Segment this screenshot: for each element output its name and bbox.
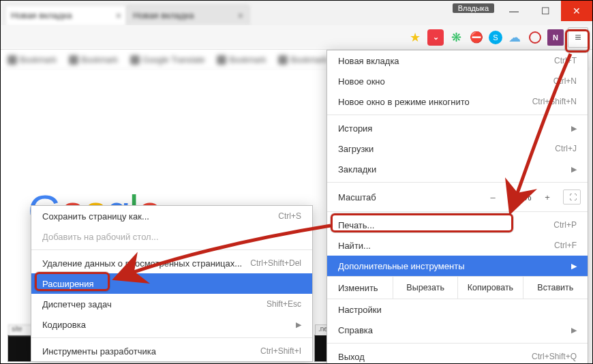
opera-icon[interactable] [527, 29, 543, 46]
browser-tab[interactable]: Новая вкладка × [5, 5, 127, 25]
submenu-arrow-icon: ▶ [296, 320, 301, 329]
profile-badge[interactable]: Владыка [453, 3, 494, 13]
zoom-value: 100% [503, 192, 537, 202]
zoom-out-button[interactable]: – [483, 192, 503, 202]
menu-item-downloads[interactable]: ЗагрузкиCtrl+J [327, 138, 588, 159]
evernote-icon[interactable]: ❋ [448, 29, 464, 46]
submenu-item-add-desktop: Добавить на рабочий стол... [31, 226, 312, 247]
bookmark-star-icon[interactable]: ★ [407, 29, 423, 46]
paste-button[interactable]: Вставить [523, 277, 588, 299]
cloud-icon[interactable]: ☁ [506, 29, 523, 46]
submenu-item-clear-data[interactable]: Удаление данных о просмотренных страница… [31, 253, 312, 273]
adblock-icon[interactable]: ⛔ [468, 29, 485, 46]
onenote-icon[interactable]: N [547, 29, 564, 46]
pocket-icon[interactable]: ⌄ [427, 29, 444, 46]
tab-title: Новая вкладка [11, 10, 72, 20]
menu-item-help[interactable]: Справка▶ [327, 320, 588, 340]
fullscreen-icon[interactable]: ⛶ [563, 189, 581, 204]
menu-edit-row: Изменить Вырезать Копировать Вставить [327, 276, 588, 299]
more-tools-submenu: Сохранить страницу как...Ctrl+S Добавить… [31, 205, 313, 362]
submenu-arrow-icon: ▶ [571, 165, 577, 174]
window-titlebar: Новая вкладка × Новая вкладка × Владыка … [1, 1, 592, 25]
menu-item-incognito[interactable]: Новое окно в режиме инкогнитоCtrl+Shift+… [327, 91, 588, 112]
tab-title: Новая вкладка [133, 10, 194, 20]
submenu-item-save-page[interactable]: Сохранить страницу как...Ctrl+S [31, 206, 312, 226]
window-controls: — ☐ ✕ [498, 1, 592, 25]
menu-item-history[interactable]: История▶ [327, 118, 588, 138]
cut-button[interactable]: Вырезать [393, 277, 457, 299]
menu-item-new-tab[interactable]: Новая вкладкаCtrl+T [327, 50, 588, 71]
close-tab-icon[interactable]: × [116, 10, 121, 21]
menu-item-more-tools[interactable]: Дополнительные инструменты▶ [327, 256, 588, 276]
submenu-arrow-icon: ▶ [571, 262, 577, 271]
submenu-arrow-icon: ▶ [571, 326, 577, 335]
submenu-arrow-icon: ▶ [571, 124, 577, 133]
menu-item-bookmarks[interactable]: Закладки▶ [327, 159, 588, 179]
maximize-button[interactable]: ☐ [530, 1, 561, 21]
submenu-item-task-manager[interactable]: Диспетчер задачShift+Esc [31, 294, 312, 314]
menu-item-find[interactable]: Найти...Ctrl+F [327, 235, 588, 256]
browser-toolbar: ★ ⌄ ❋ ⛔ S ☁ N ≡ [1, 25, 592, 50]
tab-strip: Новая вкладка × Новая вкладка × [1, 1, 453, 25]
menu-item-exit[interactable]: ВыходCtrl+Shift+Q [327, 346, 588, 364]
submenu-item-encoding[interactable]: Кодировка▶ [31, 314, 312, 335]
menu-item-new-window[interactable]: Новое окноCtrl+N [327, 71, 588, 91]
submenu-item-extensions[interactable]: Расширения [31, 273, 312, 294]
menu-item-print[interactable]: Печать...Ctrl+P [327, 215, 588, 235]
minimize-button[interactable]: — [498, 1, 530, 21]
close-tab-icon[interactable]: × [238, 10, 243, 21]
copy-button[interactable]: Копировать [457, 277, 522, 299]
chrome-menu-button[interactable]: ≡ [568, 27, 588, 48]
chrome-main-menu: Новая вкладкаCtrl+T Новое окноCtrl+N Нов… [326, 50, 588, 364]
zoom-in-button[interactable]: + [537, 192, 558, 202]
skype-icon[interactable]: S [489, 31, 502, 44]
close-window-button[interactable]: ✕ [561, 1, 592, 21]
menu-item-settings[interactable]: Настройки [327, 299, 588, 320]
zoom-label: Масштаб [338, 192, 483, 202]
menu-zoom-row: Масштаб – 100% + ⛶ [327, 185, 588, 209]
submenu-item-dev-tools[interactable]: Инструменты разработчикаCtrl+Shift+I [31, 341, 312, 361]
edit-label: Изменить [327, 277, 393, 299]
browser-tab[interactable]: Новая вкладка × [127, 5, 249, 25]
